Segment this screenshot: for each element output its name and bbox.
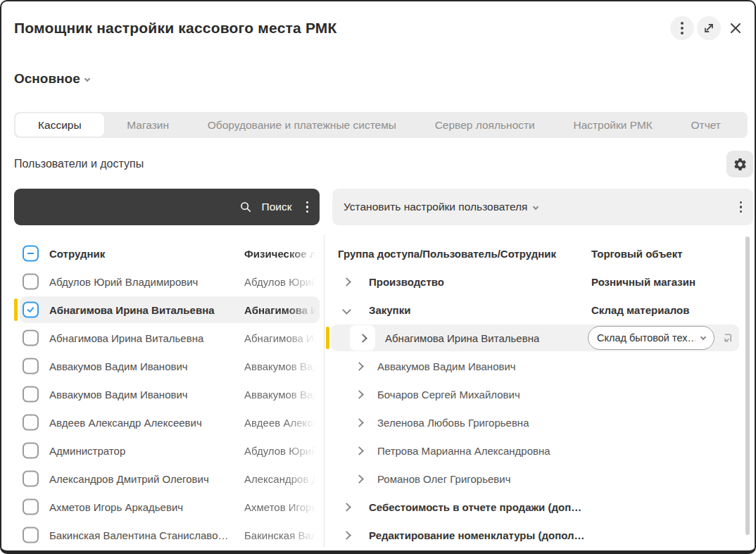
tree-row-group[interactable]: Закупки Склад материалов <box>324 296 741 324</box>
chevron-down-icon[interactable] <box>344 303 350 316</box>
maximize-button[interactable] <box>697 16 721 40</box>
user-label: Романов Олег Григорьевич <box>377 465 511 493</box>
select-all-checkbox[interactable] <box>23 246 39 262</box>
chevron-right-icon[interactable] <box>356 444 363 457</box>
trade-object-dropdown[interactable]: Склад бытовой тех… <box>588 326 714 350</box>
table-row[interactable]: Ахметов Игорь Аркадьевич Ахметов Игорь А… <box>14 493 320 521</box>
chevron-right-icon[interactable] <box>356 416 363 429</box>
person-name: Абнагимова Ирина Витальевна <box>244 296 320 324</box>
table-row[interactable]: Аввакумов Вадим Иванович Аввакумов Вадим… <box>14 380 320 408</box>
group-label: Производство <box>369 267 444 296</box>
table-row[interactable]: Аввакумов Вадим Иванович Аввакумов Вадим… <box>14 352 320 380</box>
tab-loyalty-server[interactable]: Сервер лояльности <box>418 112 552 138</box>
tab-rmk-settings[interactable]: Настройки РМК <box>556 112 669 138</box>
window-menu-button[interactable] <box>670 16 694 40</box>
group-label: Редактирование номенклатуры (допол… <box>369 521 585 549</box>
tree-row-user[interactable]: Аввакумов Вадим Иванович <box>324 352 741 380</box>
person-name: Абнагимова Ирина Витальевна <box>244 324 320 352</box>
window-controls <box>670 16 748 40</box>
chevron-right-icon[interactable] <box>344 529 350 541</box>
user-label: Абнагимова Ирина Витальевна <box>385 324 539 352</box>
row-checkbox[interactable] <box>23 386 39 403</box>
chevron-right-icon[interactable] <box>356 360 363 372</box>
tree-row-selected[interactable]: Абнагимова Ирина Витальевна Склад бытово… <box>324 324 741 352</box>
gear-icon <box>733 157 748 172</box>
row-checkbox[interactable] <box>23 358 39 374</box>
row-checkbox[interactable] <box>23 274 39 290</box>
employee-name: Администратор <box>49 436 125 465</box>
table-row[interactable]: Администратор Абдулов Юрий Владимирович <box>14 436 320 465</box>
tree-row-user[interactable]: Петрова Марианна Александровна <box>324 436 741 465</box>
chevron-right-icon[interactable] <box>344 275 350 288</box>
employee-name: Бакинская Валентина Станиславо… <box>49 521 228 549</box>
tree-row-group[interactable]: Редактирование номенклатуры (допол… <box>324 521 741 549</box>
access-groups-tree: Группа доступа/Пользователь/Сотрудник То… <box>324 239 741 549</box>
tab-store[interactable]: Магазин <box>110 112 186 138</box>
tree-scrollbar[interactable] <box>745 237 750 535</box>
settings-button[interactable] <box>726 151 753 177</box>
person-name: Абдулов Юрий Владимирович <box>244 267 320 296</box>
employee-name: Аввакумов Вадим Иванович <box>49 352 188 380</box>
table-row[interactable]: Абдулов Юрий Владимирович Абдулов Юрий В… <box>14 267 320 296</box>
view-selector[interactable]: Основное <box>14 71 89 87</box>
employee-name: Ахметов Игорь Аркадьевич <box>49 493 183 521</box>
person-name: Авдеев Александр Алексеевич <box>244 408 320 436</box>
row-checkbox[interactable] <box>23 330 39 346</box>
employee-name: Аввакумов Вадим Иванович <box>49 380 188 408</box>
search-menu-kebab-icon[interactable] <box>306 201 309 213</box>
kebab-icon <box>681 22 683 34</box>
tab-equipment[interactable]: Оборудование и платежные системы <box>191 112 413 138</box>
table-row[interactable]: Абнагимова Ирина Витальевна Абнагимова И… <box>14 324 320 352</box>
person-name: Абдулов Юрий Владимирович <box>244 436 320 465</box>
column-header-access-group[interactable]: Группа доступа/Пользователь/Сотрудник <box>338 239 556 267</box>
rmk-setup-assistant-window: Помощник настройки кассового места РМК О… <box>0 0 756 554</box>
open-icon <box>722 332 733 344</box>
open-button[interactable] <box>722 332 733 344</box>
search-icon <box>239 201 252 213</box>
row-checkbox[interactable] <box>23 443 39 459</box>
table-row[interactable]: Александров Дмитрий Олегович Александров… <box>14 465 320 493</box>
employee-name: Абнагимова Ирина Витальевна <box>49 296 215 324</box>
tree-menu-kebab-icon[interactable] <box>740 201 743 213</box>
chevron-right-icon[interactable] <box>356 388 363 401</box>
person-name: Аввакумов Вадим Иванович <box>244 352 320 380</box>
expand-icon <box>703 23 714 34</box>
chevron-down-icon <box>532 204 538 210</box>
row-checkbox[interactable] <box>23 499 39 515</box>
tree-row-group[interactable]: Себестоимость в отчете продажи (доп… <box>324 493 741 521</box>
trade-object-dropdown-value: Склад бытовой тех… <box>597 332 695 344</box>
table-row[interactable]: Бакинская Валентина Станиславо… Бакинска… <box>14 521 320 549</box>
trade-object-value: Розничный магазин <box>591 267 695 296</box>
column-header-employee[interactable]: Сотрудник <box>49 239 105 267</box>
tree-row-user[interactable]: Бочаров Сергей Михайлович <box>324 380 741 408</box>
trade-object-value: Склад материалов <box>591 296 689 324</box>
tab-report[interactable]: Отчет <box>674 112 738 138</box>
table-row-selected[interactable]: Абнагимова Ирина Витальевна Абнагимова И… <box>14 296 320 324</box>
row-checkbox[interactable] <box>23 527 39 543</box>
column-header-trade-object[interactable]: Торговый объект <box>591 239 683 267</box>
tab-cashiers[interactable]: Кассиры <box>15 113 104 137</box>
tree-row-group[interactable]: Производство Розничный магазин <box>324 267 741 296</box>
tree-row-user[interactable]: Романов Олег Григорьевич <box>324 465 741 493</box>
row-checkbox[interactable] <box>23 471 39 487</box>
selection-marker <box>14 298 18 321</box>
row-checkbox[interactable] <box>23 302 39 318</box>
set-user-settings-button[interactable]: Установить настройки пользователя <box>344 201 538 213</box>
chevron-right-icon[interactable] <box>356 472 363 485</box>
user-label: Петрова Марианна Александровна <box>377 436 550 465</box>
row-checkbox[interactable] <box>23 415 39 431</box>
table-row[interactable]: Авдеев Александр Алексеевич Авдеев Алекс… <box>14 408 320 436</box>
employee-name: Абдулов Юрий Владимирович <box>49 267 198 296</box>
close-button[interactable] <box>724 16 748 40</box>
employee-name: Абнагимова Ирина Витальевна <box>49 324 203 352</box>
employee-search-bar[interactable]: Поиск <box>14 189 320 225</box>
chevron-right-icon[interactable] <box>344 501 350 513</box>
employee-name: Александров Дмитрий Олегович <box>49 465 209 493</box>
user-label: Бочаров Сергей Михайлович <box>377 380 520 408</box>
tree-row-user[interactable]: Зеленова Любовь Григорьевна <box>324 408 741 436</box>
person-name: Бакинская Валентина Станиславовна <box>244 521 320 549</box>
chevron-right-icon[interactable] <box>350 325 375 351</box>
view-selector-label: Основное <box>14 71 80 87</box>
person-name: Аввакумов Вадим Иванович <box>244 380 320 408</box>
column-header-person[interactable]: Физическое лицо <box>244 239 320 267</box>
